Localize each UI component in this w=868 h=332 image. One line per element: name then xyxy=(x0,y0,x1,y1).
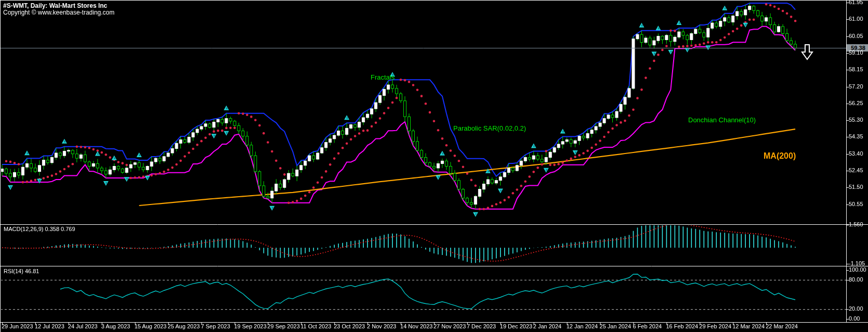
date-tick-label: 7 Sep 2023 xyxy=(201,323,230,329)
date-tick-label: 12 Jul 2023 xyxy=(35,323,64,329)
date-tick-label: 14 Nov 2023 xyxy=(400,323,432,329)
fractals-indicator-label: Fractals xyxy=(371,73,394,81)
price-tick-label: 52.45 xyxy=(849,167,863,173)
date-tick-label: 7 Dec 2023 xyxy=(467,323,496,329)
rsi-panel-label: RSI(14) 46.81 xyxy=(4,268,39,274)
rsi-scale-label: 0.00 xyxy=(849,315,860,322)
price-tick-label: 54.35 xyxy=(849,133,863,139)
ma200-indicator-label: MA(200) xyxy=(764,151,796,161)
rsi-scale-label: 100.00 xyxy=(849,266,866,273)
date-tick-label: 29 Sep 2023 xyxy=(267,323,299,329)
macd-scale-label: 1.560 xyxy=(849,221,863,227)
price-tick-label: 50.55 xyxy=(849,201,863,207)
date-tick-label: 6 Feb 2024 xyxy=(633,323,662,329)
date-tick-label: 29 Feb 2024 xyxy=(699,323,731,329)
price-tick-label: 55.30 xyxy=(849,117,863,123)
price-tick-label: 59.10 xyxy=(849,49,863,56)
price-tick-label: 60.05 xyxy=(849,33,863,39)
date-tick-label: 25 Aug 2023 xyxy=(168,323,200,329)
price-tick-label: 56.25 xyxy=(849,100,863,106)
parabolic-sar-indicator-label: Parabolic SAR(0.02,0.2) xyxy=(453,124,526,132)
date-tick-label: 2 Nov 2023 xyxy=(367,323,396,329)
date-tick-label: 15 Aug 2023 xyxy=(135,323,167,329)
sell-signal-down-arrow-icon[interactable] xyxy=(801,44,813,61)
symbol-title: #S-WMT, Daily: Wal-Mart Stores Inc xyxy=(3,2,107,9)
price-tick-label: 57.20 xyxy=(849,83,863,90)
date-tick-label: 3 Aug 2023 xyxy=(101,323,130,329)
date-tick-label: 2 Jan 2024 xyxy=(533,323,561,329)
date-tick-label: 12 Jan 2024 xyxy=(567,323,598,329)
price-tick-label: 58.15 xyxy=(849,66,863,72)
price-tick-label: 53.40 xyxy=(849,150,863,157)
date-tick-label: 23 Oct 2023 xyxy=(334,323,365,329)
donchian-channel-indicator-label: Donchian Channel(10) xyxy=(688,116,756,124)
chart-window: #S-WMT, Daily: Wal-Mart Stores Inc Copyr… xyxy=(0,0,868,332)
date-tick-label: 19 Dec 2023 xyxy=(500,323,532,329)
date-tick-label: 27 Nov 2023 xyxy=(433,323,466,329)
date-tick-label: 12 Mar 2024 xyxy=(732,323,765,329)
date-tick-label: 16 Feb 2024 xyxy=(666,323,698,329)
macd-panel-label: MACD(12,26,9) 0.358 0.769 xyxy=(4,226,75,232)
macd-scale-label: -1.105 xyxy=(849,260,865,266)
date-tick-label: 22 Mar 2024 xyxy=(766,323,798,329)
date-tick-label: 25 Jan 2024 xyxy=(600,323,632,329)
rsi-scale-label: 80.00 xyxy=(849,276,863,283)
price-tick-label: 51.50 xyxy=(849,184,863,190)
price-chart-canvas[interactable] xyxy=(1,1,868,332)
date-tick-label: 11 Oct 2023 xyxy=(300,323,331,329)
date-tick-label: 24 Jul 2023 xyxy=(68,323,98,329)
date-tick-label: 29 Jun 2023 xyxy=(2,323,33,329)
copyright-text: Copyright © www.keenbase-trading.com xyxy=(3,9,114,16)
price-tick-label: 61.95 xyxy=(849,0,863,5)
price-tick-label: 61.00 xyxy=(849,16,863,22)
rsi-scale-label: 20.00 xyxy=(849,305,863,312)
date-tick-label: 19 Sep 2023 xyxy=(234,323,266,329)
